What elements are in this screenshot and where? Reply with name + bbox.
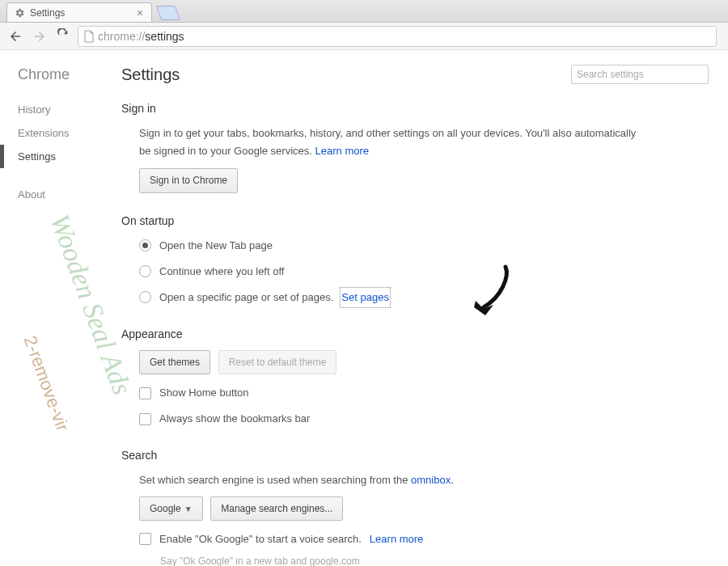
signin-desc-line1: Sign in to get your tabs, bookmarks, his… xyxy=(139,127,636,139)
show-bookmarks-checkbox[interactable] xyxy=(139,413,151,425)
section-search: Search Set which search engine is used w… xyxy=(121,449,709,566)
get-themes-button[interactable]: Get themes xyxy=(139,350,210,374)
search-engine-dropdown[interactable]: Google▼ xyxy=(139,496,203,521)
signin-button[interactable]: Sign in to Chrome xyxy=(139,168,238,192)
signin-title: Sign in xyxy=(121,102,709,115)
signin-desc-line2: be signed in to your Google services. xyxy=(139,145,315,157)
startup-radio-specific[interactable] xyxy=(139,291,151,303)
back-button[interactable] xyxy=(6,27,24,45)
content-area: Settings Sign in Sign in to get your tab… xyxy=(121,50,728,566)
sidebar-item-about[interactable]: About xyxy=(18,183,121,206)
show-bookmarks-label: Always show the bookmarks bar xyxy=(159,410,310,428)
browser-toolbar: chrome://settings xyxy=(0,23,728,50)
page-title: Settings xyxy=(121,65,180,84)
show-home-checkbox[interactable] xyxy=(139,387,151,399)
startup-opt1-label: Open the New Tab page xyxy=(159,237,273,255)
search-desc-period: . xyxy=(451,474,454,486)
section-appearance: Appearance Get themes Reset to default t… xyxy=(121,327,709,429)
forward-button[interactable] xyxy=(31,27,49,45)
set-pages-link[interactable]: Set pages xyxy=(341,289,389,306)
ok-google-checkbox[interactable] xyxy=(139,533,151,545)
sidebar-item-settings[interactable]: Settings xyxy=(18,145,121,168)
search-settings-input[interactable] xyxy=(571,65,709,84)
page-icon xyxy=(83,30,95,43)
startup-title: On startup xyxy=(121,214,709,227)
sidebar-item-extensions[interactable]: Extensions xyxy=(18,121,121,145)
reload-icon xyxy=(57,28,70,41)
search-desc: Set which search engine is used when sea… xyxy=(139,474,411,486)
search-engine-label: Google xyxy=(150,503,181,514)
arrow-right-icon xyxy=(32,29,47,44)
signin-learn-more-link[interactable]: Learn more xyxy=(315,145,369,157)
reload-button[interactable] xyxy=(55,28,71,44)
startup-opt2-label: Continue where you left off xyxy=(159,263,284,281)
show-home-label: Show Home button xyxy=(159,384,249,402)
sidebar-item-history[interactable]: History xyxy=(18,98,121,121)
tab-title: Settings xyxy=(30,7,65,19)
ok-google-label: Enable "Ok Google" to start a voice sear… xyxy=(159,530,362,548)
chevron-down-icon: ▼ xyxy=(184,505,193,513)
startup-opt3-label: Open a specific page or set of pages. xyxy=(159,289,333,306)
startup-radio-continue[interactable] xyxy=(139,265,151,277)
sidebar: Chrome History Extensions Settings About xyxy=(0,50,121,566)
appearance-title: Appearance xyxy=(121,327,709,340)
search-title: Search xyxy=(121,449,709,462)
manage-search-engines-button[interactable]: Manage search engines... xyxy=(210,496,343,521)
ok-google-hint: Say "Ok Google" in a new tab and google.… xyxy=(139,553,709,566)
section-signin: Sign in Sign in to get your tabs, bookma… xyxy=(121,102,709,193)
url-scheme: chrome:// xyxy=(98,30,145,43)
sidebar-title: Chrome xyxy=(18,66,121,83)
omnibox-link[interactable]: omnibox xyxy=(411,474,451,486)
arrow-left-icon xyxy=(8,29,23,44)
reset-theme-button[interactable]: Reset to default theme xyxy=(218,350,337,374)
startup-radio-newtab[interactable] xyxy=(139,239,151,251)
ok-google-learn-more-link[interactable]: Learn more xyxy=(370,530,423,548)
url-path: settings xyxy=(145,30,184,43)
close-tab-icon[interactable]: × xyxy=(137,6,143,19)
new-tab-button[interactable] xyxy=(156,6,181,20)
address-bar[interactable]: chrome://settings xyxy=(78,26,717,47)
settings-favicon xyxy=(14,7,25,19)
browser-tab[interactable]: Settings × xyxy=(6,2,152,22)
section-startup: On startup Open the New Tab page Continu… xyxy=(121,214,709,306)
tab-bar: Settings × xyxy=(0,0,728,23)
